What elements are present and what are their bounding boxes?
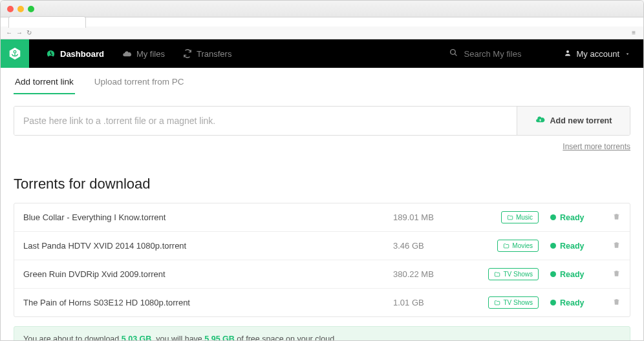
nav-myfiles-label: My files: [136, 49, 165, 59]
main-nav: Dashboard My files Transfers: [1, 39, 643, 68]
torrent-size: 189.01 MB: [393, 212, 471, 222]
torrent-size: 3.46 GB: [393, 241, 471, 251]
browser-tab[interactable]: [8, 16, 86, 28]
sub-tabs: Add torrent link Upload torrent from PC: [14, 68, 630, 94]
category-label: Movies: [512, 242, 533, 249]
torrent-list: Blue Collar - Everything I Know.torrent1…: [14, 203, 630, 317]
summary-suffix: of free space on your cloud.: [235, 335, 337, 340]
forward-icon[interactable]: →: [16, 29, 23, 36]
svg-point-1: [450, 50, 455, 55]
torrent-name: The Pain of Horns S03E12 HD 1080p.torren…: [23, 298, 393, 307]
nav-transfers[interactable]: Transfers: [174, 39, 241, 68]
trash-icon: [612, 269, 621, 278]
search-icon[interactable]: [449, 48, 458, 59]
status-dot-icon: [550, 300, 556, 305]
torrent-size: 380.22 MB: [393, 269, 471, 279]
category-badge[interactable]: Movies: [497, 240, 539, 252]
folder-icon: [507, 214, 513, 221]
torrent-status: Ready: [539, 270, 600, 279]
torrent-row: The Pain of Horns S03E12 HD 1080p.torren…: [14, 289, 630, 316]
search-area: [440, 48, 551, 59]
anchor-icon: [8, 46, 22, 61]
cloud-upload-icon: [535, 115, 545, 127]
torrent-status: Ready: [539, 242, 600, 251]
delete-button[interactable]: [600, 298, 621, 308]
add-torrent-button[interactable]: Add new torrent: [517, 107, 630, 135]
delete-button[interactable]: [600, 269, 621, 280]
nav-dashboard[interactable]: Dashboard: [37, 39, 113, 68]
delete-button[interactable]: [600, 212, 621, 223]
category-badge[interactable]: TV Shows: [488, 268, 539, 280]
torrent-name: Last Panda HDTV XVID 2014 1080p.torrent: [23, 241, 393, 251]
content: Add torrent link Upload torrent from PC …: [1, 68, 643, 340]
summary-free-space: 5.95 GB: [204, 335, 235, 340]
maximize-window-button[interactable]: [28, 6, 34, 12]
status-label: Ready: [560, 270, 585, 279]
summary-middle: , you will have: [151, 335, 204, 340]
status-dot-icon: [550, 243, 556, 249]
gauge-icon: [46, 49, 56, 59]
tab-add-link[interactable]: Add torrent link: [14, 77, 75, 94]
svg-line-2: [455, 54, 456, 56]
status-label: Ready: [560, 242, 585, 251]
trash-icon: [612, 298, 621, 306]
summary-bar: You are about to download 5.03 GB, you w…: [14, 326, 630, 340]
category-label: TV Shows: [503, 271, 533, 278]
torrent-category: Music: [471, 211, 539, 223]
status-label: Ready: [560, 213, 585, 222]
account-menu[interactable]: My account: [551, 49, 643, 59]
folder-icon: [494, 300, 500, 306]
category-label: TV Shows: [503, 299, 533, 306]
summary-prefix: You are about to download: [23, 335, 122, 340]
summary-download-size: 5.03 GB: [122, 335, 152, 340]
folder-icon: [503, 243, 510, 249]
search-input[interactable]: [464, 49, 542, 59]
nav-dashboard-label: Dashboard: [60, 49, 104, 59]
insert-more-row: Insert more torrents: [14, 142, 630, 151]
add-torrent-row: Add new torrent: [14, 106, 630, 136]
torrent-name: Blue Collar - Everything I Know.torrent: [23, 212, 393, 222]
torrent-status: Ready: [539, 298, 600, 307]
browser-titlebar: [1, 1, 643, 17]
browser-tab-bar: [1, 17, 643, 26]
trash-icon: [612, 212, 621, 221]
nav-transfers-label: Transfers: [197, 49, 231, 59]
nav-myfiles[interactable]: My files: [113, 39, 174, 68]
add-torrent-label: Add new torrent: [550, 116, 612, 125]
app-window: ← → ↻ ≡ Dashboard My files: [0, 0, 644, 341]
back-icon[interactable]: ←: [6, 29, 12, 36]
menu-icon[interactable]: ≡: [632, 29, 636, 36]
nav-items: Dashboard My files Transfers: [37, 39, 241, 68]
chevron-down-icon: [625, 49, 630, 59]
torrent-size: 1.01 GB: [393, 298, 471, 307]
torrent-url-input[interactable]: [14, 107, 517, 135]
delete-button[interactable]: [600, 241, 621, 251]
logo[interactable]: [1, 39, 29, 68]
status-dot-icon: [550, 271, 556, 277]
status-dot-icon: [550, 214, 556, 220]
category-label: Music: [516, 214, 533, 221]
svg-point-3: [566, 50, 569, 53]
tab-upload-pc[interactable]: Upload torrent from PC: [93, 77, 186, 94]
reload-icon[interactable]: ↻: [27, 29, 32, 36]
category-badge[interactable]: Music: [501, 211, 539, 223]
folder-icon: [494, 271, 500, 278]
torrent-row: Last Panda HDTV XVID 2014 1080p.torrent3…: [14, 232, 630, 260]
window-controls: [7, 6, 34, 12]
torrent-row: Green Ruin DVDRip Xvid 2009.torrent380.2…: [14, 260, 630, 289]
insert-more-link[interactable]: Insert more torrents: [563, 142, 630, 151]
torrent-name: Green Ruin DVDRip Xvid 2009.torrent: [23, 269, 393, 279]
status-label: Ready: [560, 298, 585, 307]
torrent-status: Ready: [539, 213, 600, 222]
account-label: My account: [577, 49, 619, 59]
category-badge[interactable]: TV Shows: [488, 296, 539, 309]
close-window-button[interactable]: [7, 6, 14, 12]
refresh-icon: [183, 49, 192, 58]
browser-nav-bar: ← → ↻ ≡: [1, 26, 643, 39]
torrent-category: TV Shows: [471, 268, 539, 280]
minimize-window-button[interactable]: [17, 6, 24, 12]
torrent-row: Blue Collar - Everything I Know.torrent1…: [14, 203, 630, 232]
torrent-category: Movies: [471, 240, 539, 252]
trash-icon: [612, 241, 621, 249]
cloud-icon: [122, 49, 132, 59]
